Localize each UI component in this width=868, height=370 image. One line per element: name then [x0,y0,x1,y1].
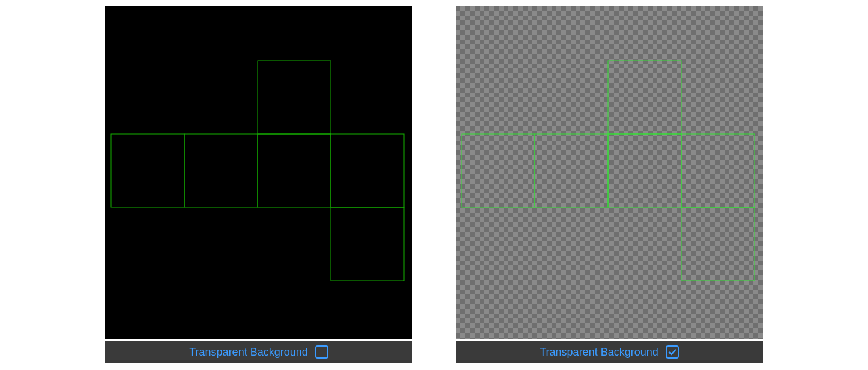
svg-rect-10 [681,134,755,207]
svg-rect-3 [258,134,331,207]
svg-rect-8 [535,134,608,207]
preview-canvas-black [105,6,412,339]
transparent-background-checkbox[interactable] [315,345,328,359]
footer-bar-left: Transparent Background [105,341,412,363]
svg-rect-11 [681,207,755,281]
preview-panel-left: Transparent Background [105,6,412,363]
wireframe-cube-unfolded [456,6,763,339]
svg-rect-5 [331,207,404,281]
preview-canvas-transparent [456,6,763,339]
svg-rect-7 [462,134,535,207]
svg-rect-4 [331,134,404,207]
transparent-background-label: Transparent Background [540,346,658,359]
transparent-background-checkbox[interactable] [666,345,679,359]
wireframe-cube-unfolded [105,6,412,339]
check-icon [668,347,677,357]
transparent-background-label: Transparent Background [189,346,307,359]
svg-rect-9 [608,134,681,207]
preview-panel-right: Transparent Background [456,6,763,363]
svg-rect-6 [608,61,681,134]
svg-rect-1 [111,134,184,207]
svg-rect-0 [258,61,331,134]
footer-bar-right: Transparent Background [456,341,763,363]
svg-rect-2 [184,134,258,207]
